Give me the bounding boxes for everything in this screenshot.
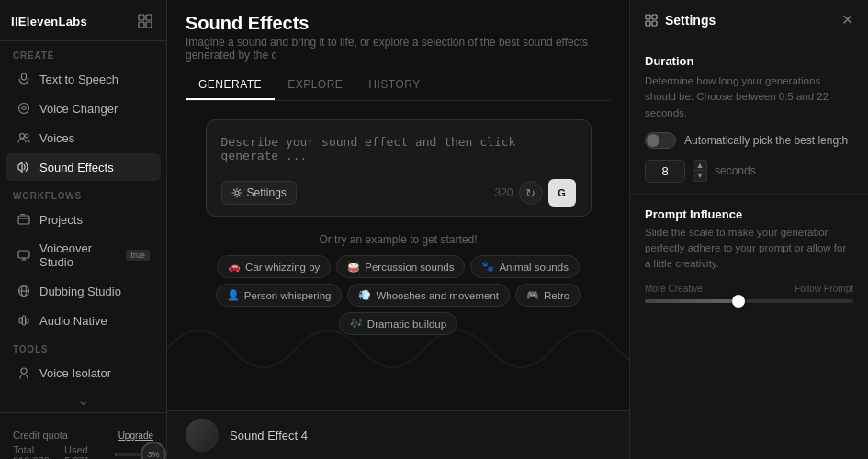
sidebar-item-voices[interactable]: Voices — [6, 124, 161, 151]
chip-dramatic-buildup[interactable]: 🎶 Dramatic buildup — [339, 312, 457, 335]
settings-grid-icon — [645, 14, 658, 27]
create-section-label: CREATE — [0, 41, 166, 64]
credit-quota-label: Credit quota — [13, 430, 68, 441]
sidebar-item-text-to-speech[interactable]: Text to Speech — [6, 65, 161, 93]
char-count: 320 — [494, 186, 513, 199]
settings-button-label: Settings — [247, 186, 287, 199]
chip-label: Retro — [544, 290, 569, 301]
upgrade-button[interactable]: Upgrade — [118, 431, 153, 441]
duration-increment-button[interactable]: ▲ — [693, 160, 707, 171]
wind-icon: 💨 — [358, 289, 371, 301]
progress-percent: 3% — [141, 442, 166, 459]
logo: IIElevenLabs — [11, 15, 87, 28]
mic-icon — [17, 72, 31, 86]
workflows-section-label: WORKFLOWS — [0, 182, 166, 205]
chip-car-whizzing[interactable]: 🚗 Car whizzing by — [217, 255, 331, 278]
svg-rect-15 — [23, 316, 26, 325]
slider-thumb[interactable] — [732, 295, 745, 308]
svg-rect-23 — [652, 21, 657, 26]
duration-input-row: ▲ ▼ seconds — [645, 160, 853, 183]
chip-label: Person whispering — [244, 290, 332, 301]
slider-fill — [645, 299, 738, 303]
chip-label: Percussion sounds — [365, 262, 454, 273]
sidebar-footer: Credit quota Upgrade Total 210,079 Used … — [0, 412, 166, 459]
tab-explore[interactable]: EXPLORE — [275, 71, 355, 100]
duration-title: Duration — [645, 54, 853, 68]
sidebar-header: IIElevenLabs — [0, 0, 166, 41]
sidebar-item-voice-isolator[interactable]: Voice Isolator — [6, 359, 161, 386]
tab-history[interactable]: HISTORY — [355, 71, 433, 100]
svg-rect-3 — [146, 22, 152, 28]
svg-rect-22 — [646, 21, 650, 26]
chip-person-whispering[interactable]: 👤 Person whispering — [216, 284, 343, 307]
sidebar-item-audio-native[interactable]: Audio Native — [6, 307, 161, 334]
dubbing-icon — [17, 284, 31, 298]
layout-toggle-button[interactable] — [135, 11, 155, 31]
settings-close-button[interactable]: ✕ — [841, 13, 853, 28]
sidebar-item-label: Dubbing Studio — [39, 285, 121, 298]
page-header: Sound Effects Imagine a sound and bring … — [167, 0, 629, 101]
sidebar-item-projects[interactable]: Projects — [6, 206, 161, 233]
sidebar-item-dubbing-studio[interactable]: Dubbing Studio — [6, 277, 161, 305]
prompt-influence-title: Prompt Influence — [645, 207, 853, 221]
prompt-input[interactable] — [221, 135, 576, 168]
projects-icon — [17, 212, 31, 227]
tab-generate[interactable]: GENERATE — [186, 71, 275, 100]
svg-point-7 — [20, 134, 25, 139]
sidebar-item-label: Voice Isolator — [39, 366, 111, 380]
svg-rect-20 — [646, 15, 650, 19]
prompt-influence-description: Slide the scale to make your generation … — [645, 225, 853, 273]
chip-percussion-sounds[interactable]: 🥁 Percussion sounds — [336, 255, 465, 278]
svg-point-6 — [19, 104, 29, 114]
chevron-down-icon[interactable]: ⌄ — [77, 391, 89, 409]
duration-value-input[interactable] — [645, 160, 685, 183]
duration-stepper: ▲ ▼ — [693, 160, 707, 182]
settings-button[interactable]: Settings — [221, 181, 297, 205]
generate-button[interactable]: G — [548, 179, 576, 207]
sidebar-item-label: Voices — [39, 131, 74, 145]
chip-whooshes-movement[interactable]: 💨 Whooshes and movement — [347, 284, 510, 307]
credit-progress-bar: 3% — [115, 453, 153, 456]
svg-rect-9 — [18, 216, 29, 224]
chip-animal-sounds[interactable]: 🐾 Animal sounds — [470, 255, 579, 278]
settings-header: Settings ✕ — [630, 0, 868, 39]
examples-label: Or try an example to get started! — [206, 233, 592, 246]
sidebar-item-voice-changer[interactable]: Voice Changer — [6, 95, 161, 122]
total-label: Total 210,079 — [13, 444, 64, 459]
sidebar-item-label: Voice Changer — [39, 102, 118, 116]
auto-length-toggle-row: Automatically pick the best length — [645, 132, 853, 149]
svg-rect-16 — [26, 319, 28, 323]
tabs-bar: GENERATE EXPLORE HISTORY — [186, 71, 611, 101]
sidebar-item-voiceover-studio[interactable]: Voiceover Studio true — [6, 235, 161, 275]
chip-label: Animal sounds — [499, 262, 568, 273]
refresh-button[interactable]: ↻ — [519, 181, 543, 205]
drum-icon: 🥁 — [347, 261, 360, 273]
person-icon: 👤 — [227, 289, 240, 301]
voiceover-icon — [17, 248, 31, 263]
svg-point-8 — [25, 134, 28, 138]
svg-point-17 — [21, 368, 27, 374]
svg-rect-0 — [139, 15, 144, 20]
sound-effects-icon — [17, 160, 31, 174]
svg-rect-14 — [19, 318, 22, 323]
center-area: Settings 320 ↻ G Or try an example to ge… — [167, 101, 629, 459]
voices-icon — [17, 130, 31, 145]
auto-length-toggle[interactable] — [645, 132, 676, 149]
settings-panel: Settings ✕ Duration Determine how long y… — [629, 0, 868, 459]
sidebar: IIElevenLabs CREATE Text to Speech — [0, 0, 167, 459]
prompt-influence-slider[interactable] — [645, 299, 853, 303]
tools-section-label: TOOLS — [0, 335, 166, 358]
duration-decrement-button[interactable]: ▼ — [693, 171, 707, 182]
chip-retro[interactable]: 🎮 Retro — [515, 284, 581, 307]
retro-icon: 🎮 — [526, 289, 539, 301]
svg-rect-10 — [18, 251, 29, 258]
used-label: Used 5,271 — [64, 444, 107, 459]
sidebar-item-label: Audio Native — [39, 314, 107, 328]
svg-rect-21 — [652, 15, 657, 19]
sidebar-item-label: Projects — [39, 213, 83, 227]
page-title: Sound Effects — [186, 13, 611, 34]
chip-label: Dramatic buildup — [367, 319, 446, 330]
sidebar-item-sound-effects[interactable]: Sound Effects — [6, 153, 161, 181]
chip-label: Whooshes and movement — [376, 290, 499, 301]
sidebar-item-label: Text to Speech — [39, 73, 118, 86]
